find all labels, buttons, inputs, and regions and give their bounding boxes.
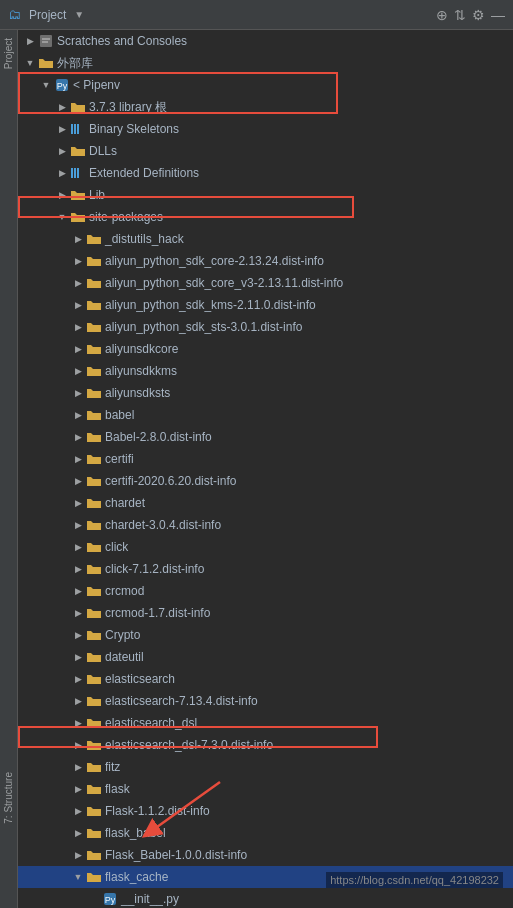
expand-arrow[interactable] — [70, 319, 86, 335]
expand-arrow[interactable] — [70, 363, 86, 379]
tree-item-chardet_dist[interactable]: chardet-3.0.4.dist-info — [18, 514, 513, 536]
tree-item-fitz[interactable]: fitz — [18, 756, 513, 778]
expand-arrow[interactable] — [54, 143, 70, 159]
tree-item-babel[interactable]: babel — [18, 404, 513, 426]
structure-tab-label[interactable]: 7: Structure — [1, 768, 16, 828]
expand-arrow[interactable] — [70, 737, 86, 753]
expand-arrow[interactable] — [70, 759, 86, 775]
tree-item-aliyunsdkcore[interactable]: aliyunsdkcore — [18, 338, 513, 360]
tree-item-flask_dist[interactable]: Flask-1.1.2.dist-info — [18, 800, 513, 822]
tree-item-chardet[interactable]: chardet — [18, 492, 513, 514]
expand-arrow[interactable] — [70, 605, 86, 621]
expand-arrow[interactable] — [70, 539, 86, 555]
expand-arrow[interactable] — [70, 451, 86, 467]
expand-arrow[interactable] — [70, 429, 86, 445]
expand-arrow[interactable] — [70, 715, 86, 731]
tree-item-elasticsearch_dsl[interactable]: elasticsearch_dsl — [18, 712, 513, 734]
tree-item-scratches[interactable]: Scratches and Consoles — [18, 30, 513, 52]
expand-arrow[interactable] — [70, 253, 86, 269]
item-label: babel — [105, 408, 134, 422]
expand-arrow[interactable] — [70, 649, 86, 665]
project-tree: Scratches and Consoles外部库Py< Pipenv3.7.3… — [18, 30, 513, 908]
tree-item-elasticsearch_dist[interactable]: elasticsearch-7.13.4.dist-info — [18, 690, 513, 712]
tree-item-aliyun_sts[interactable]: aliyun_python_sdk_sts-3.0.1.dist-info — [18, 316, 513, 338]
expand-arrow[interactable] — [70, 385, 86, 401]
tree-item-aliyun_kms[interactable]: aliyun_python_sdk_kms-2.11.0.dist-info — [18, 294, 513, 316]
tree-item-babel_dist[interactable]: Babel-2.8.0.dist-info — [18, 426, 513, 448]
tree-item-dateutil[interactable]: dateutil — [18, 646, 513, 668]
expand-arrow[interactable] — [54, 165, 70, 181]
tree-item-elasticsearch[interactable]: elasticsearch — [18, 668, 513, 690]
tree-item-aliyunsdkkms[interactable]: aliyunsdkkms — [18, 360, 513, 382]
item-label: aliyun_python_sdk_sts-3.0.1.dist-info — [105, 320, 302, 334]
tree-item-click_dist[interactable]: click-7.1.2.dist-info — [18, 558, 513, 580]
expand-arrow[interactable] — [70, 407, 86, 423]
folder-icon — [70, 187, 86, 203]
expand-arrow[interactable] — [22, 55, 38, 71]
tree-item-flask_babel[interactable]: flask_babel — [18, 822, 513, 844]
tree-item-crcmod_dist[interactable]: crcmod-1.7.dist-info — [18, 602, 513, 624]
locate-icon[interactable]: ⊕ — [436, 7, 448, 23]
minimize-icon[interactable]: — — [491, 7, 505, 23]
tree-item-lib[interactable]: Lib — [18, 184, 513, 206]
item-label: __init__.py — [121, 892, 179, 906]
tree-item-crypto[interactable]: Crypto — [18, 624, 513, 646]
expand-arrow[interactable] — [70, 275, 86, 291]
tree-item-certifi_dist[interactable]: certifi-2020.6.20.dist-info — [18, 470, 513, 492]
tree-item-aliyunsdksts[interactable]: aliyunsdksts — [18, 382, 513, 404]
tree-item-elasticsearch_dsl_dist[interactable]: elasticsearch_dsl-7.3.0.dist-info — [18, 734, 513, 756]
settings-icon[interactable]: ⚙ — [472, 7, 485, 23]
expand-arrow[interactable] — [22, 33, 38, 49]
expand-arrow[interactable] — [70, 231, 86, 247]
tree-item-pipenv[interactable]: Py< Pipenv — [18, 74, 513, 96]
tree-item-distutils_hack[interactable]: _distutils_hack — [18, 228, 513, 250]
expand-arrow[interactable] — [70, 671, 86, 687]
dropdown-arrow[interactable]: ▼ — [74, 9, 84, 20]
tree-item-flask[interactable]: flask — [18, 778, 513, 800]
svg-rect-10 — [77, 168, 79, 178]
item-label: crcmod — [105, 584, 144, 598]
tree-item-aliyun_core[interactable]: aliyun_python_sdk_core-2.13.24.dist-info — [18, 250, 513, 272]
expand-arrow[interactable] — [70, 803, 86, 819]
tree-item-lib373[interactable]: 3.7.3 library 根 — [18, 96, 513, 118]
tree-item-flask_babel_dist[interactable]: Flask_Babel-1.0.0.dist-info — [18, 844, 513, 866]
expand-arrow[interactable] — [70, 825, 86, 841]
folder-icon — [38, 55, 54, 71]
expand-arrow[interactable] — [70, 561, 86, 577]
item-label: aliyunsdkkms — [105, 364, 177, 378]
expand-arrow[interactable] — [70, 781, 86, 797]
expand-arrow[interactable] — [54, 187, 70, 203]
tree-item-extended_defs[interactable]: Extended Definitions — [18, 162, 513, 184]
tree-item-site_packages[interactable]: site-packages — [18, 206, 513, 228]
expand-arrow[interactable] — [54, 99, 70, 115]
svg-rect-6 — [74, 124, 76, 134]
expand-arrow[interactable] — [54, 209, 70, 225]
expand-arrow[interactable] — [70, 517, 86, 533]
expand-arrow[interactable] — [70, 341, 86, 357]
expand-arrow[interactable] — [70, 693, 86, 709]
folder-icon — [86, 451, 102, 467]
scroll-icon[interactable]: ⇅ — [454, 7, 466, 23]
expand-arrow[interactable] — [38, 77, 54, 93]
watermark: https://blog.csdn.net/qq_42198232 — [326, 872, 503, 888]
tree-item-crcmod[interactable]: crcmod — [18, 580, 513, 602]
expand-arrow[interactable] — [70, 495, 86, 511]
expand-arrow[interactable] — [70, 297, 86, 313]
expand-arrow[interactable] — [70, 473, 86, 489]
tree-item-dlls[interactable]: DLLs — [18, 140, 513, 162]
tree-item-aliyun_core_v3[interactable]: aliyun_python_sdk_core_v3-2.13.11.dist-i… — [18, 272, 513, 294]
item-label: 外部库 — [57, 55, 93, 72]
tree-item-init_py[interactable]: Py__init__.py — [18, 888, 513, 908]
folder-icon — [86, 517, 102, 533]
tree-item-click[interactable]: click — [18, 536, 513, 558]
tree-item-external[interactable]: 外部库 — [18, 52, 513, 74]
tree-item-binary_skeletons[interactable]: Binary Skeletons — [18, 118, 513, 140]
expand-arrow[interactable] — [70, 583, 86, 599]
expand-arrow[interactable] — [70, 869, 86, 885]
expand-arrow[interactable] — [70, 847, 86, 863]
project-tab-label[interactable]: Project — [1, 34, 16, 73]
folder-icon — [86, 605, 102, 621]
tree-item-certifi[interactable]: certifi — [18, 448, 513, 470]
expand-arrow[interactable] — [54, 121, 70, 137]
expand-arrow[interactable] — [70, 627, 86, 643]
